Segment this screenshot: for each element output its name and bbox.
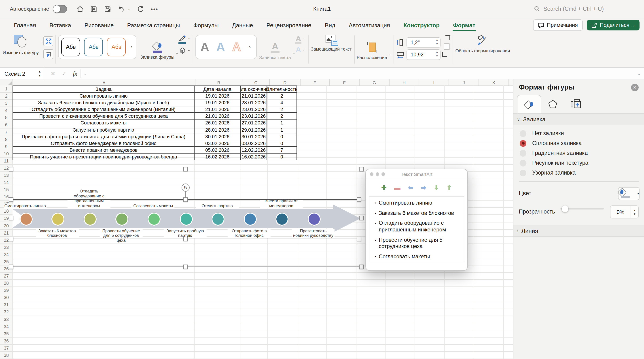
column-header-F[interactable]: F [330, 79, 360, 86]
table-cell[interactable]: 16.02.2026 [194, 154, 240, 160]
row-header-34[interactable]: 34 [0, 323, 12, 330]
insert-function-icon[interactable]: fx [73, 70, 77, 77]
shape-width-input[interactable]: 10,92" ˄˅ [406, 49, 440, 60]
remove-icon[interactable]: ▬ [394, 184, 400, 191]
table-cell[interactable]: 21.01.2026 [194, 106, 240, 113]
table-cell[interactable]: 2 [267, 113, 297, 120]
column-header-H[interactable]: H [390, 79, 419, 86]
text-fill-button[interactable]: А Заливка текста ⌄ [259, 32, 295, 67]
tab-формулы[interactable]: Формулы [186, 18, 225, 32]
row-header-30[interactable]: 30 [0, 294, 12, 301]
table-cell[interactable]: 7 [267, 147, 297, 153]
row-header-25[interactable]: 25 [0, 258, 12, 265]
move-down-icon[interactable]: ⬇ [434, 184, 439, 191]
table-cell[interactable]: 16.02.2026 [240, 154, 267, 160]
task-table[interactable]: ЗадачаДата началаДата окончанияДлительно… [12, 86, 297, 160]
wordart-gallery-more-icon[interactable]: › [248, 44, 252, 50]
row-header-37[interactable]: 37 [0, 345, 12, 352]
convert-shape-button[interactable] [44, 49, 54, 59]
smartart-window-titlebar[interactable]: Текст SmartArt [366, 169, 467, 179]
row-header-17[interactable]: 17 [0, 201, 12, 208]
fill-option-row[interactable]: Градиентная заливка [514, 148, 644, 158]
table-cell[interactable]: Отправить фото менеджерам в головной офи… [13, 140, 194, 147]
worksheet-grid[interactable]: ABCDEFGHIJK 1234567891011121314151617181… [0, 79, 514, 359]
column-header-K[interactable]: K [479, 79, 509, 86]
name-box[interactable]: Схема 2 ▲▼ [0, 68, 44, 80]
select-all-corner[interactable] [0, 79, 13, 86]
shape-style-preset-2[interactable]: Абв [84, 38, 103, 56]
radio-button[interactable] [520, 150, 526, 156]
formula-bar-expand-icon[interactable]: ⌄ [637, 71, 640, 76]
transparency-slider[interactable] [560, 208, 604, 209]
column-header-I[interactable]: I [419, 79, 449, 86]
tab-главная[interactable]: Главная [7, 18, 43, 32]
table-cell[interactable]: Провести с инженером обучение для 5 сотр… [13, 113, 194, 120]
table-cell[interactable]: Отладить оборудование с приглашённым инж… [13, 106, 194, 113]
column-header-C[interactable]: C [242, 79, 270, 86]
wordart-preset-1[interactable]: А [200, 40, 209, 54]
shape-outline-button[interactable]: ⌄ [179, 35, 190, 44]
table-cell[interactable]: 29.01.2026 [240, 126, 267, 133]
table-cell[interactable]: Принять участие в презентации новинок дл… [13, 154, 194, 160]
row-header-13[interactable]: 13 [0, 172, 12, 179]
row-header-23[interactable]: 23 [0, 244, 12, 251]
row-header-28[interactable]: 28 [0, 280, 12, 287]
smartart-text-item[interactable]: ▪Провести обучение для 5 сотрудников цех… [375, 237, 462, 250]
table-cell[interactable]: 03.02.2026 [240, 140, 267, 147]
table-cell[interactable]: Смонтировать линию [13, 93, 194, 99]
tab-формат[interactable]: Формат [446, 18, 482, 32]
table-cell[interactable]: Заказать 6 макетов блокнотов дизайнерам … [13, 99, 194, 106]
radio-button[interactable] [520, 140, 526, 147]
cancel-entry-icon[interactable]: ✕ [50, 70, 56, 77]
fill-section-header[interactable]: ∨Заливка [514, 113, 644, 125]
table-cell[interactable]: 27.01.2026 [240, 120, 267, 126]
row-header-24[interactable]: 24 [0, 251, 12, 258]
row-header-20[interactable]: 20 [0, 222, 12, 229]
radio-button[interactable] [520, 130, 526, 137]
panel-close-button[interactable]: ✕ [631, 84, 639, 91]
column-headers[interactable]: ABCDEFGHIJK [0, 79, 514, 86]
column-header-J[interactable]: J [449, 79, 479, 86]
promote-icon[interactable]: ⬅ [408, 184, 413, 191]
row-header-31[interactable]: 31 [0, 301, 12, 309]
fill-color-button[interactable]: ▾ [618, 187, 640, 200]
row-header-38[interactable]: 38 [0, 352, 12, 359]
resize-shape-button[interactable] [44, 36, 54, 46]
table-cell[interactable]: Согласовать макеты [13, 120, 194, 126]
fill-option-row[interactable]: Нет заливки [514, 129, 644, 138]
column-header-B[interactable]: B [196, 79, 242, 86]
tab-разметка-страницы[interactable]: Разметка страницы [120, 18, 187, 32]
table-cell[interactable]: 30.01.2026 [194, 133, 240, 140]
table-cell[interactable]: 30.01.2026 [240, 133, 267, 140]
radio-button[interactable] [520, 169, 526, 176]
wordart-preset-3[interactable]: А [232, 40, 241, 54]
row-header-7[interactable]: 7 [0, 129, 12, 136]
table-cell[interactable]: 21.01.2026 [194, 113, 240, 120]
smartart-text-item[interactable]: ▪Заказать 6 макетов блокнотов [375, 210, 462, 216]
row-header-26[interactable]: 26 [0, 265, 12, 273]
shape-height-input[interactable]: 1,2" ˄˅ [406, 37, 440, 48]
tab-автоматизация[interactable]: Автоматизация [342, 18, 397, 32]
row-header-3[interactable]: 3 [0, 100, 12, 107]
smartart-text-window[interactable]: Текст SmartArt✚▬⬅➡⬇⬆▪Смонтировать линию▪… [366, 169, 468, 271]
table-cell[interactable]: 23.01.2026 [240, 99, 267, 106]
row-header-6[interactable]: 6 [0, 122, 12, 129]
row-header-5[interactable]: 5 [0, 114, 12, 122]
shape-effects-button[interactable]: ⌄ [179, 47, 190, 54]
table-cell[interactable]: 21.01.2026 [240, 93, 267, 99]
table-cell[interactable]: 26.01.2026 [194, 120, 240, 126]
format-pane-button[interactable]: Область форматирования [455, 32, 510, 67]
share-button[interactable]: Поделиться ⌄ [587, 20, 640, 31]
row-header-2[interactable]: 2 [0, 93, 12, 100]
column-header-D[interactable]: D [270, 79, 300, 86]
table-cell[interactable]: Пригласить фотографа и стилиста для съём… [13, 133, 194, 140]
fill-option-row[interactable]: Узорная заливка [514, 168, 644, 178]
smartart-text-item[interactable]: ▪Смонтировать линию [375, 200, 462, 206]
smartart-text-item[interactable]: ▪Отладить оборудование с приглашенным ин… [375, 220, 462, 233]
row-header-11[interactable]: 11 [0, 158, 12, 165]
table-cell[interactable]: 05.02.2026 [194, 147, 240, 153]
row-header-32[interactable]: 32 [0, 309, 12, 316]
table-cell[interactable]: 1 [267, 126, 297, 133]
table-cell[interactable]: 1 [267, 120, 297, 126]
column-header-A[interactable]: A [13, 79, 196, 86]
